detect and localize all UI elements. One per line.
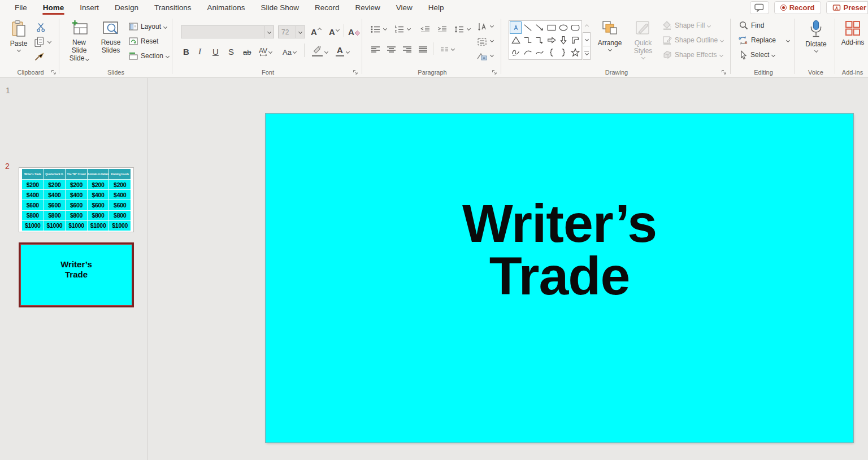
format-painter-button[interactable] (33, 50, 45, 63)
change-case-button[interactable]: Aa (283, 44, 296, 57)
rectangle-shape-icon[interactable] (545, 21, 557, 34)
numbering-button[interactable] (393, 23, 405, 36)
triangle-shape-icon[interactable] (510, 34, 522, 46)
right-brace-shape-icon[interactable] (557, 46, 569, 59)
bullets-button[interactable] (370, 23, 381, 36)
record-button[interactable]: Record (774, 1, 821, 14)
slide-title-text[interactable]: Writer’s Trade (266, 197, 853, 302)
increase-indent-button[interactable] (436, 23, 448, 36)
shape-gallery-scroll-down-icon[interactable] (583, 32, 591, 46)
font-size-combo[interactable]: 72 (278, 25, 305, 38)
down-arrow-shape-icon[interactable] (557, 34, 569, 46)
clear-formatting-button[interactable]: A (348, 24, 360, 37)
font-size-chevron[interactable] (296, 26, 305, 38)
replace-button[interactable]: bc Replace (738, 34, 789, 46)
font-dialog-launcher-icon[interactable] (353, 70, 358, 75)
shape-effects-button[interactable]: Shape Effects (662, 49, 723, 60)
new-slide-chevron[interactable] (85, 57, 89, 60)
decrease-font-size-button[interactable]: A (329, 24, 339, 37)
copy-button[interactable] (33, 36, 45, 48)
scribble-shape-icon[interactable] (510, 46, 522, 59)
corner-shape-shape-icon[interactable] (569, 34, 581, 46)
align-center-button[interactable] (385, 44, 397, 56)
reset-button[interactable]: Reset (129, 36, 158, 47)
character-spacing-button[interactable]: AV (259, 44, 272, 57)
clipboard-dialog-launcher-icon[interactable] (51, 70, 57, 75)
select-button[interactable]: Select (739, 49, 775, 60)
paragraph-dialog-launcher-icon[interactable] (492, 70, 497, 75)
comments-button[interactable] (750, 1, 769, 14)
shape-fill-button[interactable]: Shape Fill (662, 20, 710, 31)
columns-chevron[interactable] (451, 47, 455, 51)
menu-tab-design[interactable]: Design (107, 0, 146, 15)
menu-tab-insert[interactable]: Insert (72, 0, 107, 15)
align-text-button[interactable] (476, 36, 488, 48)
text-highlight-button[interactable] (312, 44, 328, 57)
decrease-indent-button[interactable] (419, 23, 431, 36)
copy-dropdown-chevron[interactable] (47, 40, 51, 44)
line-spacing-button[interactable] (453, 23, 465, 36)
addins-button[interactable]: Add-ins (838, 20, 867, 46)
text-box-shape-icon[interactable] (510, 21, 522, 34)
font-name-combo[interactable] (181, 25, 274, 38)
arc-shape-icon[interactable] (522, 46, 533, 59)
align-left-button[interactable] (370, 44, 381, 56)
shape-gallery-more-icon[interactable] (583, 46, 591, 60)
menu-tab-record[interactable]: Record (307, 0, 348, 15)
shape-outline-button[interactable]: Shape Outline (662, 34, 723, 46)
quick-styles-button[interactable]: Quick Styles (627, 20, 659, 59)
convert-to-smartart-button[interactable] (476, 50, 488, 63)
star-shape-icon[interactable] (569, 46, 581, 59)
text-shadow-button[interactable]: S (228, 44, 234, 57)
strikethrough-button[interactable]: ab (243, 44, 251, 57)
slide-2-thumbnail[interactable]: Writer’s Trade (19, 242, 134, 307)
layout-button[interactable]: Layout (129, 21, 167, 32)
line-spacing-chevron[interactable] (467, 27, 471, 31)
arrange-button[interactable]: Arrange (594, 20, 625, 51)
italic-button[interactable]: I (198, 44, 201, 57)
cut-button[interactable] (34, 21, 47, 33)
replace-chevron[interactable] (786, 38, 790, 42)
drawing-dialog-launcher-icon[interactable] (721, 70, 727, 75)
curve-shape-icon[interactable] (533, 46, 545, 59)
columns-button[interactable] (439, 44, 450, 56)
select-chevron[interactable] (771, 53, 775, 57)
right-arrow-shape-icon[interactable] (545, 34, 557, 46)
font-color-button[interactable]: A (336, 44, 349, 57)
find-button[interactable]: Find (739, 20, 764, 31)
section-button[interactable]: Section (129, 50, 169, 62)
line-shape-icon[interactable] (522, 21, 533, 34)
new-slide-button[interactable]: New Slide Slide (64, 20, 94, 62)
oval-shape-icon[interactable] (557, 21, 569, 34)
dictate-button[interactable]: Dictate (801, 20, 831, 52)
justify-button[interactable] (417, 44, 428, 56)
elbow-arrow-connector-shape-icon[interactable] (533, 34, 545, 46)
font-name-chevron[interactable] (264, 26, 274, 38)
align-text-chevron[interactable] (490, 38, 494, 42)
menu-tab-home[interactable]: Home (35, 0, 72, 15)
menu-tab-view[interactable]: View (388, 0, 420, 15)
slide-1-thumbnail[interactable]: Writer's TradeQuarterback U.The "W" Crow… (19, 167, 134, 232)
menu-tab-review[interactable]: Review (347, 0, 388, 15)
increase-font-size-button[interactable]: A (311, 24, 321, 37)
slide-canvas[interactable]: Writer’s Trade (266, 114, 853, 442)
elbow-connector-shape-icon[interactable] (522, 34, 533, 46)
bold-button[interactable]: B (183, 44, 189, 57)
text-direction-chevron[interactable] (490, 24, 494, 28)
menu-tab-slide-show[interactable]: Slide Show (253, 0, 307, 15)
menu-tab-animations[interactable]: Animations (199, 0, 253, 15)
bullets-chevron[interactable] (383, 27, 387, 31)
left-brace-shape-icon[interactable] (545, 46, 557, 59)
paste-button[interactable]: Paste (6, 20, 32, 51)
menu-tab-transitions[interactable]: Transitions (146, 0, 199, 15)
underline-button[interactable]: U (212, 44, 219, 57)
smartart-chevron[interactable] (490, 53, 494, 57)
arrow-shape-icon[interactable] (533, 21, 545, 34)
menu-tab-file[interactable]: File (7, 0, 35, 15)
align-right-button[interactable] (401, 44, 413, 56)
menu-tab-help[interactable]: Help (420, 0, 452, 15)
numbering-chevron[interactable] (407, 27, 411, 31)
shape-gallery-scroll-up-icon[interactable] (583, 20, 591, 33)
text-direction-button[interactable] (476, 21, 488, 33)
reuse-slides-button[interactable]: Reuse Slides (96, 20, 125, 54)
